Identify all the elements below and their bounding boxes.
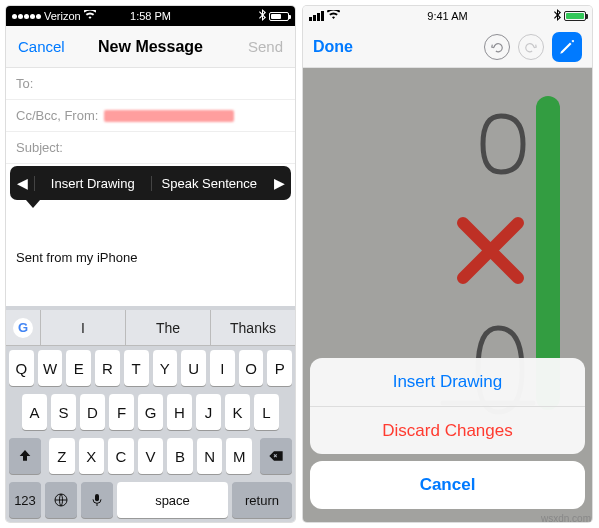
action-sheet: Insert Drawing Discard Changes Cancel [310, 358, 585, 516]
ccbcc-label: Cc/Bcc, From: [16, 108, 98, 123]
suggestion-3[interactable]: Thanks [210, 310, 295, 345]
signature-text: Sent from my iPhone [16, 250, 285, 265]
to-field[interactable]: To: [6, 68, 295, 100]
key-k[interactable]: K [225, 394, 250, 430]
undo-button[interactable] [484, 34, 510, 60]
numbers-key[interactable]: 123 [9, 482, 41, 518]
send-button[interactable]: Send [248, 38, 283, 55]
key-a[interactable]: A [22, 394, 47, 430]
clock-label: 1:58 PM [6, 10, 295, 22]
menu-next-icon[interactable]: ▶ [267, 175, 291, 191]
ccbcc-field[interactable]: Cc/Bcc, From: [6, 100, 295, 132]
key-i[interactable]: I [210, 350, 235, 386]
key-t[interactable]: T [124, 350, 149, 386]
key-x[interactable]: X [79, 438, 105, 474]
shift-key[interactable] [9, 438, 41, 474]
speak-sentence-menuitem[interactable]: Speak Sentence [151, 176, 268, 191]
clock-label: 9:41 AM [303, 10, 592, 22]
space-key[interactable]: space [117, 482, 228, 518]
key-s[interactable]: S [51, 394, 76, 430]
backspace-key[interactable] [260, 438, 292, 474]
suggestion-bar: G I The Thanks [6, 310, 295, 346]
from-address-redacted [104, 110, 234, 122]
key-l[interactable]: L [254, 394, 279, 430]
key-f[interactable]: F [109, 394, 134, 430]
key-n[interactable]: N [197, 438, 223, 474]
battery-icon [564, 11, 586, 21]
done-button[interactable]: Done [313, 38, 353, 56]
to-label: To: [16, 76, 33, 91]
key-c[interactable]: C [108, 438, 134, 474]
keyboard: G I The Thanks QWERTYUIOP ASDFGHJKL ZXCV… [6, 306, 295, 522]
key-g[interactable]: G [138, 394, 163, 430]
key-r[interactable]: R [95, 350, 120, 386]
key-u[interactable]: U [181, 350, 206, 386]
key-h[interactable]: H [167, 394, 192, 430]
google-key[interactable]: G [6, 318, 40, 338]
insert-drawing-button[interactable]: Insert Drawing [310, 358, 585, 406]
insert-drawing-menuitem[interactable]: Insert Drawing [34, 176, 151, 191]
menu-prev-icon[interactable]: ◀ [10, 175, 34, 191]
drawing-phone: 9:41 AM Done [303, 6, 592, 522]
discard-changes-button[interactable]: Discard Changes [310, 406, 585, 454]
key-e[interactable]: E [66, 350, 91, 386]
suggestion-1[interactable]: I [40, 310, 125, 345]
key-w[interactable]: W [38, 350, 63, 386]
cancel-button[interactable]: Cancel [18, 38, 65, 55]
redo-button[interactable] [518, 34, 544, 60]
key-y[interactable]: Y [153, 350, 178, 386]
svg-rect-1 [95, 494, 99, 501]
cancel-sheet-button[interactable]: Cancel [310, 461, 585, 509]
key-z[interactable]: Z [49, 438, 75, 474]
key-q[interactable]: Q [9, 350, 34, 386]
subject-label: Subject: [16, 140, 63, 155]
watermark: wsxdn.com [541, 513, 591, 524]
key-p[interactable]: P [267, 350, 292, 386]
status-bar: Verizon 1:58 PM [6, 6, 295, 26]
compose-navbar: Cancel New Message Send [6, 26, 295, 68]
globe-key[interactable] [45, 482, 77, 518]
battery-icon [269, 12, 289, 21]
text-context-menu: ◀ Insert Drawing Speak Sentence ▶ [10, 166, 291, 200]
pen-tool-button[interactable] [552, 32, 582, 62]
key-j[interactable]: J [196, 394, 221, 430]
mail-compose-phone: Verizon 1:58 PM Cancel New Message Send … [6, 6, 295, 522]
subject-field[interactable]: Subject: [6, 132, 295, 164]
mic-key[interactable] [81, 482, 113, 518]
drawing-navbar: Done [303, 26, 592, 68]
key-d[interactable]: D [80, 394, 105, 430]
return-key[interactable]: return [232, 482, 292, 518]
status-bar: 9:41 AM [303, 6, 592, 26]
message-body[interactable]: To find the treasure, you have to start … [6, 164, 295, 273]
suggestion-2[interactable]: The [125, 310, 210, 345]
key-m[interactable]: M [226, 438, 252, 474]
key-o[interactable]: O [239, 350, 264, 386]
key-v[interactable]: V [138, 438, 164, 474]
key-b[interactable]: B [167, 438, 193, 474]
